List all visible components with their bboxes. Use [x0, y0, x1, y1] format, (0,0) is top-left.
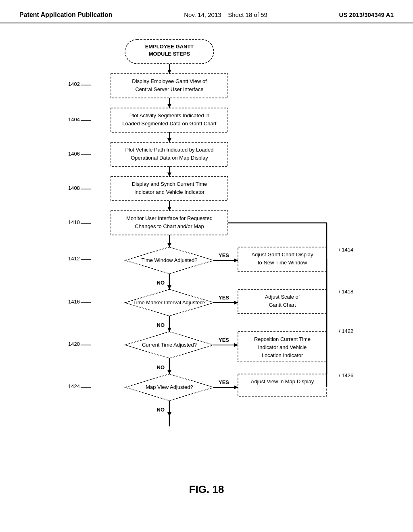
svg-text:Changes to Chart and/or Map: Changes to Chart and/or Map — [135, 223, 204, 229]
svg-text:NO: NO — [157, 280, 165, 286]
svg-text:Monitor User Interface for Req: Monitor User Interface for Requested — [126, 215, 213, 221]
svg-marker-67 — [167, 328, 171, 332]
svg-rect-21 — [111, 142, 228, 166]
svg-text:YES: YES — [219, 295, 229, 301]
svg-marker-60 — [234, 301, 238, 305]
svg-marker-39 — [167, 243, 171, 247]
svg-text:YES: YES — [219, 252, 229, 258]
svg-text:Indicator and Vehicle Indicato: Indicator and Vehicle Indicator — [134, 189, 205, 195]
svg-marker-45 — [234, 258, 238, 262]
svg-text:Reposition Current Time: Reposition Current Time — [254, 336, 311, 342]
svg-text:YES: YES — [219, 379, 229, 385]
diagram-area: EMPLOYEE GANTT MODULE STEPS 1402 Display… — [0, 27, 413, 503]
svg-text:/ 1414: / 1414 — [339, 247, 353, 253]
svg-rect-28 — [111, 177, 228, 201]
svg-text:1406: 1406 — [68, 151, 80, 157]
page-header: Patent Application Publication Nov. 14, … — [0, 0, 413, 23]
svg-marker-52 — [167, 285, 171, 289]
header-date-sheet: Nov. 14, 2013 Sheet 18 of 59 — [184, 11, 267, 18]
svg-text:Adjust View in Map Display: Adjust View in Map Display — [251, 378, 314, 384]
svg-text:1420: 1420 — [68, 341, 80, 347]
svg-marker-32 — [167, 207, 171, 211]
svg-rect-7 — [111, 74, 228, 98]
svg-rect-93 — [238, 374, 327, 396]
svg-text:/ 1426: / 1426 — [339, 372, 353, 378]
svg-marker-25 — [167, 172, 171, 177]
svg-text:1404: 1404 — [68, 116, 80, 123]
svg-text:1410: 1410 — [68, 219, 80, 225]
svg-marker-4 — [167, 70, 171, 74]
svg-text:MODULE STEPS: MODULE STEPS — [149, 51, 190, 57]
svg-text:NO: NO — [157, 322, 165, 328]
svg-text:1412: 1412 — [68, 256, 80, 262]
svg-text:Gantt Chart: Gantt Chart — [269, 302, 296, 308]
svg-rect-63 — [238, 289, 327, 314]
svg-text:NO: NO — [157, 407, 165, 413]
svg-text:to New Time Window: to New Time Window — [258, 260, 307, 266]
svg-marker-18 — [167, 138, 171, 142]
svg-text:/ 1422: / 1422 — [339, 328, 353, 334]
svg-text:Loaded Segmented Data on Gantt: Loaded Segmented Data on Gantt Chart — [122, 121, 217, 127]
svg-text:NO: NO — [157, 364, 165, 370]
svg-text:YES: YES — [219, 337, 229, 343]
svg-rect-35 — [111, 211, 228, 235]
svg-text:Display Employee Gantt View of: Display Employee Gantt View of — [132, 78, 207, 84]
svg-text:1416: 1416 — [68, 299, 80, 305]
svg-text:1402: 1402 — [68, 81, 80, 87]
svg-text:Central Server User Interface: Central Server User Interface — [135, 86, 203, 92]
svg-rect-14 — [111, 108, 228, 132]
header-title: Patent Application Publication — [19, 11, 113, 19]
svg-marker-99 — [167, 412, 171, 416]
header-patent: US 2013/304349 A1 — [339, 11, 394, 18]
svg-text:1424: 1424 — [68, 383, 80, 389]
svg-text:Indicator and Vehicle: Indicator and Vehicle — [258, 344, 307, 350]
svg-marker-82 — [167, 370, 171, 374]
svg-rect-48 — [238, 247, 327, 271]
svg-text:Operational Data on Map Displa: Operational Data on Map Display — [131, 155, 208, 161]
svg-text:EMPLOYEE GANTT: EMPLOYEE GANTT — [145, 44, 194, 50]
svg-text:Plot Activity Segments Indicat: Plot Activity Segments Indicated in — [129, 112, 210, 118]
svg-text:Map View Adjusted?: Map View Adjusted? — [146, 384, 193, 390]
flowchart-svg: EMPLOYEE GANTT MODULE STEPS 1402 Display… — [0, 27, 413, 503]
svg-text:Adjust Gantt Chart Display: Adjust Gantt Chart Display — [251, 251, 313, 258]
svg-text:Location Indicator: Location Indicator — [262, 352, 303, 358]
svg-text:Time Window Adjusted?: Time Window Adjusted? — [142, 257, 198, 263]
svg-text:1408: 1408 — [68, 185, 80, 191]
svg-text:Current Time Adjusted?: Current Time Adjusted? — [142, 342, 197, 348]
figure-label: FIG. 18 — [0, 483, 413, 496]
svg-marker-90 — [234, 385, 238, 389]
svg-marker-11 — [167, 104, 171, 108]
svg-text:/ 1418: / 1418 — [339, 289, 353, 295]
svg-text:Plot Vehicle Path Indicated by: Plot Vehicle Path Indicated by Loaded — [125, 147, 214, 153]
svg-marker-74 — [234, 343, 238, 347]
svg-text:Adjust Scale of: Adjust Scale of — [265, 294, 300, 300]
svg-text:Time Marker Interval Adjusted?: Time Marker Interval Adjusted? — [133, 299, 205, 305]
svg-text:Display and Synch Current Time: Display and Synch Current Time — [132, 181, 207, 187]
